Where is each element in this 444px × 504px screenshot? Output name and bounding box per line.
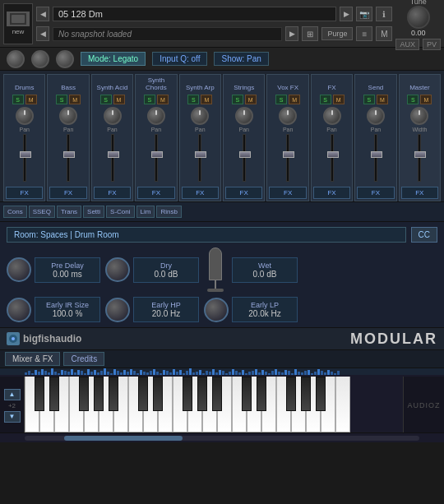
black-key[interactable] xyxy=(212,377,222,411)
scroll-thumb[interactable] xyxy=(64,436,183,441)
black-key[interactable] xyxy=(316,377,326,411)
early-ir-knob[interactable] xyxy=(7,298,31,322)
black-key[interactable] xyxy=(49,377,59,411)
mute-btn-vox-fx[interactable]: M xyxy=(289,95,300,104)
fader-track-fx[interactable] xyxy=(331,134,334,182)
dry-knob[interactable] xyxy=(105,257,130,282)
fader-track-synth-acid[interactable] xyxy=(111,134,114,182)
mute-btn-bass[interactable]: M xyxy=(69,95,81,104)
mute-btn-strings[interactable]: M xyxy=(245,95,257,104)
black-key[interactable] xyxy=(35,377,44,411)
camera-btn[interactable]: 📷 xyxy=(356,7,372,21)
pre-delay-knob[interactable] xyxy=(7,257,31,282)
pan-knob-drums[interactable] xyxy=(16,107,34,125)
credits-btn[interactable]: Credits xyxy=(63,352,104,366)
fx-btn-strings[interactable]: FX xyxy=(225,187,262,199)
octave-up-btn[interactable]: ▲ xyxy=(4,389,21,400)
fader-thumb-bass[interactable] xyxy=(63,151,75,158)
tab-trans[interactable]: Trans xyxy=(57,206,81,218)
mute-btn-send[interactable]: M xyxy=(377,95,388,104)
fader-track-synth-chords[interactable] xyxy=(155,134,158,182)
fader-track-send[interactable] xyxy=(374,134,377,182)
fader-thumb-send[interactable] xyxy=(371,151,382,158)
fader-thumb-fx[interactable] xyxy=(327,151,339,158)
tab-setti[interactable]: Setti xyxy=(83,206,104,218)
fader-thumb-synth-chords[interactable] xyxy=(151,151,163,158)
fx-btn-vox-fx[interactable]: FX xyxy=(269,187,306,199)
mode-knob-1[interactable] xyxy=(7,50,25,68)
pan-knob-synth-arp[interactable] xyxy=(191,107,209,125)
purge-btn[interactable]: Purge xyxy=(321,27,353,40)
pan-knob-synth-acid[interactable] xyxy=(104,107,122,125)
solo-btn-send[interactable]: S xyxy=(363,95,375,104)
prev-btn[interactable]: ◀ xyxy=(36,7,49,21)
black-key[interactable] xyxy=(138,377,148,411)
white-key[interactable] xyxy=(335,377,350,432)
black-key[interactable] xyxy=(197,377,207,411)
solo-btn-fx[interactable]: S xyxy=(320,95,331,104)
fader-thumb-vox-fx[interactable] xyxy=(283,151,294,158)
inputq-select[interactable]: Input Q: off xyxy=(152,52,207,66)
mute-btn-synth-acid[interactable]: M xyxy=(113,95,125,104)
tab-lim[interactable]: Lim xyxy=(136,206,155,218)
solo-btn-synth-arp[interactable]: S xyxy=(187,95,199,104)
black-key[interactable] xyxy=(94,377,104,411)
fader-track-bass[interactable] xyxy=(67,134,70,182)
fx-btn-fx[interactable]: FX xyxy=(313,187,350,199)
fx-btn-synth-acid[interactable]: FX xyxy=(94,187,131,199)
mode-knob-2[interactable] xyxy=(31,50,49,68)
black-key[interactable] xyxy=(257,377,266,411)
fx-btn-synth-chords[interactable]: FX xyxy=(137,187,174,199)
snap-settings-btn[interactable]: ≡ xyxy=(356,26,372,41)
octave-down-btn[interactable]: ▼ xyxy=(4,411,21,423)
solo-btn-drums[interactable]: S xyxy=(12,95,24,104)
black-key[interactable] xyxy=(286,377,296,411)
fader-track-synth-arp[interactable] xyxy=(198,134,201,182)
tune-knob[interactable] xyxy=(407,6,430,29)
cc-btn[interactable]: CC xyxy=(411,227,437,243)
fader-thumb-drums[interactable] xyxy=(20,151,31,158)
black-key[interactable] xyxy=(301,377,311,411)
info-btn[interactable]: ℹ xyxy=(376,7,392,21)
black-key[interactable] xyxy=(153,377,163,411)
snap-prev-btn[interactable]: ◀ xyxy=(36,26,49,41)
black-key[interactable] xyxy=(242,377,252,411)
tab-sconi[interactable]: S-Coni xyxy=(106,206,134,218)
mute-btn-synth-chords[interactable]: M xyxy=(157,95,169,104)
pan-knob-fx[interactable] xyxy=(323,107,341,125)
black-key[interactable] xyxy=(109,377,118,411)
room-select[interactable]: Room: Spaces | Drum Room xyxy=(7,227,406,243)
tab-cons[interactable]: Cons xyxy=(3,206,27,218)
next-btn[interactable]: ▶ xyxy=(340,7,353,21)
fader-thumb-master[interactable] xyxy=(414,151,426,158)
early-lp-knob[interactable] xyxy=(204,298,229,322)
solo-btn-synth-chords[interactable]: S xyxy=(144,95,155,104)
fx-btn-drums[interactable]: FX xyxy=(6,187,43,199)
mute-btn-drums[interactable]: M xyxy=(25,95,37,104)
mute-btn-fx[interactable]: M xyxy=(333,95,345,104)
tab-rinsb[interactable]: Rinsb xyxy=(156,206,181,218)
black-key[interactable] xyxy=(79,377,89,411)
snap-next-btn[interactable]: ▶ xyxy=(285,26,298,41)
pan-knob-send[interactable] xyxy=(367,107,385,125)
solo-btn-master[interactable]: S xyxy=(407,95,419,104)
mode-knob-3[interactable] xyxy=(56,50,74,68)
fader-track-drums[interactable] xyxy=(23,134,26,182)
snap-icon-btn[interactable]: ⊞ xyxy=(302,26,318,41)
pan-knob-synth-chords[interactable] xyxy=(147,107,165,125)
scroll-track[interactable] xyxy=(25,436,419,441)
fx-btn-master[interactable]: FX xyxy=(401,187,438,199)
solo-btn-synth-acid[interactable]: S xyxy=(100,95,112,104)
solo-btn-strings[interactable]: S xyxy=(232,95,243,104)
fader-track-vox-fx[interactable] xyxy=(286,134,289,182)
fader-thumb-synth-acid[interactable] xyxy=(108,151,119,158)
fader-track-master[interactable] xyxy=(418,134,421,182)
show-select[interactable]: Show: Pan xyxy=(214,52,268,66)
early-hp-knob[interactable] xyxy=(105,298,130,322)
fader-thumb-strings[interactable] xyxy=(239,151,251,158)
snap-extra-btn[interactable]: M xyxy=(376,26,392,41)
mute-btn-synth-arp[interactable]: M xyxy=(201,95,212,104)
fader-thumb-synth-arp[interactable] xyxy=(195,151,206,158)
tab-sseq[interactable]: SSEQ xyxy=(29,206,55,218)
mixer-fx-tab[interactable]: Mixer & FX xyxy=(5,352,60,366)
